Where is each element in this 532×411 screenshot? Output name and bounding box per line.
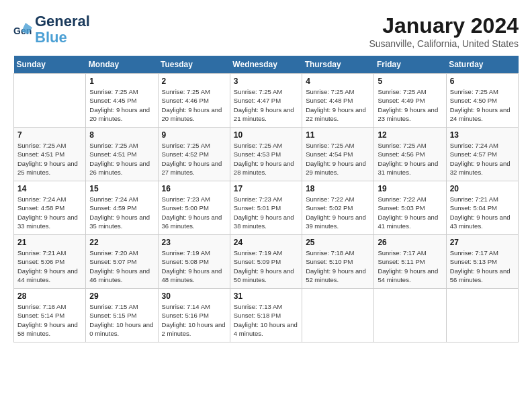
calendar-cell: 18Sunrise: 7:22 AMSunset: 5:02 PMDayligh… [302, 181, 374, 235]
day-info: Sunrise: 7:24 AMSunset: 4:58 PMDaylight:… [17, 195, 82, 230]
logo: Gen General Blue [13, 13, 90, 46]
calendar-body: 1Sunrise: 7:25 AMSunset: 4:45 PMDaylight… [14, 74, 519, 342]
day-number: 30 [162, 291, 226, 301]
calendar-cell: 14Sunrise: 7:24 AMSunset: 4:58 PMDayligh… [14, 181, 86, 235]
day-number: 6 [450, 77, 515, 86]
calendar-week-row: 28Sunrise: 7:16 AMSunset: 5:14 PMDayligh… [14, 289, 519, 342]
day-info: Sunrise: 7:25 AMSunset: 4:49 PMDaylight:… [378, 87, 442, 123]
day-info: Sunrise: 7:25 AMSunset: 4:52 PMDaylight:… [162, 141, 226, 177]
day-info: Sunrise: 7:25 AMSunset: 4:47 PMDaylight:… [234, 87, 298, 123]
calendar-cell: 20Sunrise: 7:21 AMSunset: 5:04 PMDayligh… [446, 181, 518, 235]
day-number: 21 [17, 238, 82, 247]
weekday-header: Friday [374, 56, 446, 74]
calendar-cell: 10Sunrise: 7:25 AMSunset: 4:53 PMDayligh… [230, 128, 302, 181]
calendar-cell: 6Sunrise: 7:25 AMSunset: 4:50 PMDaylight… [446, 74, 518, 128]
calendar-week-row: 1Sunrise: 7:25 AMSunset: 4:45 PMDaylight… [14, 74, 519, 128]
day-number: 18 [306, 184, 370, 193]
day-number: 24 [234, 238, 298, 247]
day-info: Sunrise: 7:13 AMSunset: 5:18 PMDaylight:… [234, 302, 298, 338]
day-number: 19 [378, 184, 442, 193]
day-number: 9 [162, 130, 226, 140]
day-info: Sunrise: 7:24 AMSunset: 4:59 PMDaylight:… [89, 195, 154, 230]
day-info: Sunrise: 7:19 AMSunset: 5:08 PMDaylight:… [162, 248, 226, 284]
calendar-cell: 29Sunrise: 7:15 AMSunset: 5:15 PMDayligh… [86, 289, 158, 342]
day-info: Sunrise: 7:17 AMSunset: 5:11 PMDaylight:… [378, 248, 442, 284]
day-info: Sunrise: 7:25 AMSunset: 4:45 PMDaylight:… [89, 87, 154, 123]
calendar-cell: 24Sunrise: 7:19 AMSunset: 5:09 PMDayligh… [230, 235, 302, 289]
day-info: Sunrise: 7:25 AMSunset: 4:51 PMDaylight:… [17, 141, 82, 177]
logo-icon: Gen [13, 19, 34, 40]
calendar-cell: 8Sunrise: 7:25 AMSunset: 4:51 PMDaylight… [86, 128, 158, 181]
day-number: 12 [378, 130, 442, 140]
day-info: Sunrise: 7:14 AMSunset: 5:16 PMDaylight:… [162, 302, 226, 338]
day-number: 3 [234, 77, 298, 86]
day-info: Sunrise: 7:20 AMSunset: 5:07 PMDaylight:… [89, 248, 154, 284]
day-number: 2 [162, 77, 226, 86]
calendar-cell: 22Sunrise: 7:20 AMSunset: 5:07 PMDayligh… [86, 235, 158, 289]
weekday-header: Sunday [14, 56, 86, 74]
day-info: Sunrise: 7:23 AMSunset: 5:00 PMDaylight:… [162, 195, 226, 230]
day-info: Sunrise: 7:15 AMSunset: 5:15 PMDaylight:… [89, 302, 154, 338]
day-number: 1 [89, 77, 154, 86]
weekday-header: Wednesday [230, 56, 302, 74]
day-number: 28 [17, 291, 82, 301]
day-number: 10 [234, 130, 298, 140]
logo-text: General Blue [35, 13, 90, 46]
day-info: Sunrise: 7:18 AMSunset: 5:10 PMDaylight:… [306, 248, 370, 284]
calendar-cell: 16Sunrise: 7:23 AMSunset: 5:00 PMDayligh… [158, 181, 230, 235]
calendar-cell: 3Sunrise: 7:25 AMSunset: 4:47 PMDaylight… [230, 74, 302, 128]
day-number: 11 [306, 130, 370, 140]
day-number: 23 [162, 238, 226, 247]
day-number: 4 [306, 77, 370, 86]
day-number: 31 [234, 291, 298, 301]
weekday-header: Tuesday [158, 56, 230, 74]
calendar-cell: 23Sunrise: 7:19 AMSunset: 5:08 PMDayligh… [158, 235, 230, 289]
calendar-cell: 15Sunrise: 7:24 AMSunset: 4:59 PMDayligh… [86, 181, 158, 235]
day-info: Sunrise: 7:24 AMSunset: 4:57 PMDaylight:… [450, 141, 515, 177]
day-number: 26 [378, 238, 442, 247]
calendar-cell: 25Sunrise: 7:18 AMSunset: 5:10 PMDayligh… [302, 235, 374, 289]
day-number: 8 [89, 130, 154, 140]
day-info: Sunrise: 7:17 AMSunset: 5:13 PMDaylight:… [450, 248, 515, 284]
day-number: 7 [17, 130, 82, 140]
day-number: 17 [234, 184, 298, 193]
calendar-cell [14, 74, 86, 128]
calendar-cell: 9Sunrise: 7:25 AMSunset: 4:52 PMDaylight… [158, 128, 230, 181]
day-number: 22 [89, 238, 154, 247]
day-number: 27 [450, 238, 515, 247]
day-number: 29 [89, 291, 154, 301]
calendar-cell: 5Sunrise: 7:25 AMSunset: 4:49 PMDaylight… [374, 74, 446, 128]
day-number: 14 [17, 184, 82, 193]
calendar-cell: 19Sunrise: 7:22 AMSunset: 5:03 PMDayligh… [374, 181, 446, 235]
day-number: 5 [378, 77, 442, 86]
calendar-cell [302, 289, 374, 342]
calendar-cell: 17Sunrise: 7:23 AMSunset: 5:01 PMDayligh… [230, 181, 302, 235]
calendar-cell: 12Sunrise: 7:25 AMSunset: 4:56 PMDayligh… [374, 128, 446, 181]
day-info: Sunrise: 7:16 AMSunset: 5:14 PMDaylight:… [17, 302, 82, 338]
day-number: 25 [306, 238, 370, 247]
day-info: Sunrise: 7:25 AMSunset: 4:51 PMDaylight:… [89, 141, 154, 177]
weekday-header: Thursday [302, 56, 374, 74]
calendar-cell [446, 289, 518, 342]
day-info: Sunrise: 7:25 AMSunset: 4:48 PMDaylight:… [306, 87, 370, 123]
calendar-cell: 27Sunrise: 7:17 AMSunset: 5:13 PMDayligh… [446, 235, 518, 289]
calendar-week-row: 21Sunrise: 7:21 AMSunset: 5:06 PMDayligh… [14, 235, 519, 289]
calendar-header-row: SundayMondayTuesdayWednesdayThursdayFrid… [14, 56, 519, 74]
calendar-cell: 31Sunrise: 7:13 AMSunset: 5:18 PMDayligh… [230, 289, 302, 342]
calendar-cell: 2Sunrise: 7:25 AMSunset: 4:46 PMDaylight… [158, 74, 230, 128]
day-number: 15 [89, 184, 154, 193]
day-info: Sunrise: 7:21 AMSunset: 5:04 PMDaylight:… [450, 195, 515, 230]
day-info: Sunrise: 7:22 AMSunset: 5:02 PMDaylight:… [306, 195, 370, 230]
calendar-cell: 26Sunrise: 7:17 AMSunset: 5:11 PMDayligh… [374, 235, 446, 289]
day-info: Sunrise: 7:25 AMSunset: 4:50 PMDaylight:… [450, 87, 515, 123]
page-header: Gen General Blue January 2024 Susanville… [13, 13, 519, 49]
day-info: Sunrise: 7:25 AMSunset: 4:54 PMDaylight:… [306, 141, 370, 177]
location: Susanville, California, United States [369, 38, 519, 49]
day-number: 16 [162, 184, 226, 193]
day-info: Sunrise: 7:19 AMSunset: 5:09 PMDaylight:… [234, 248, 298, 284]
calendar-week-row: 14Sunrise: 7:24 AMSunset: 4:58 PMDayligh… [14, 181, 519, 235]
day-info: Sunrise: 7:22 AMSunset: 5:03 PMDaylight:… [378, 195, 442, 230]
title-section: January 2024 Susanville, California, Uni… [369, 13, 519, 49]
calendar-cell: 4Sunrise: 7:25 AMSunset: 4:48 PMDaylight… [302, 74, 374, 128]
calendar-cell: 11Sunrise: 7:25 AMSunset: 4:54 PMDayligh… [302, 128, 374, 181]
